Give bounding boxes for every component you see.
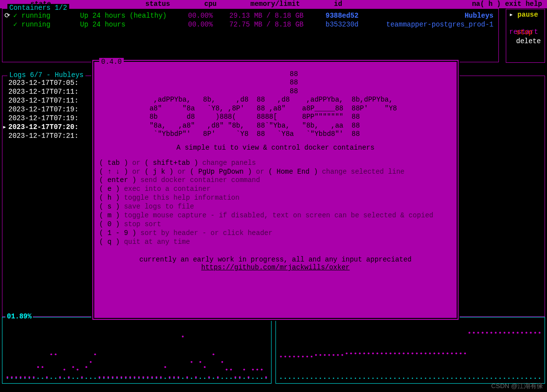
svg-point-195 [346, 352, 348, 354]
svg-point-150 [412, 378, 413, 379]
svg-point-156 [438, 378, 439, 379]
svg-point-80 [94, 353, 96, 355]
svg-point-109 [221, 361, 223, 363]
svg-point-95 [160, 376, 162, 378]
command-restart[interactable]: restart [509, 20, 542, 28]
container-row[interactable]: ⟳✓ runningUp 24 hours (healthy)00.00%29.… [2, 12, 498, 21]
svg-point-120 [280, 378, 282, 379]
svg-point-181 [284, 356, 286, 358]
svg-point-208 [403, 352, 405, 354]
svg-point-71 [55, 353, 56, 355]
svg-point-201 [372, 352, 374, 354]
svg-point-70 [51, 353, 53, 355]
cpu-sparkline [4, 320, 269, 380]
svg-point-123 [294, 378, 295, 379]
command-pause[interactable]: ▸ pause [509, 11, 542, 20]
svg-point-163 [469, 378, 470, 379]
svg-point-235 [521, 332, 523, 334]
header-col-cpu[interactable]: cpu [204, 0, 217, 8]
header-bar[interactable]: state status cpu memory/limit id na( h )… [0, 0, 547, 8]
svg-point-161 [460, 378, 462, 379]
svg-point-162 [465, 378, 466, 379]
svg-point-215 [434, 352, 436, 354]
svg-point-58 [261, 378, 263, 379]
svg-point-130 [324, 378, 326, 379]
svg-point-102 [191, 361, 192, 363]
svg-point-226 [482, 332, 484, 334]
svg-point-135 [346, 378, 348, 379]
svg-point-209 [407, 352, 409, 354]
svg-point-168 [491, 378, 492, 379]
svg-point-193 [337, 354, 339, 356]
help-keybinding: ( e ) exec into a container [99, 185, 452, 194]
log-timestamp: 2023-12-17T07:19: [8, 105, 79, 113]
svg-point-36 [164, 378, 166, 379]
svg-point-87 [125, 376, 127, 378]
help-url[interactable]: https://github.com/mrjackwills/oxker [201, 263, 350, 271]
svg-point-40 [182, 378, 184, 379]
svg-point-94 [156, 376, 158, 378]
containers-panel[interactable]: Containers 1/2 ⟳✓ runningUp 24 hours (he… [2, 8, 499, 62]
svg-point-101 [186, 376, 188, 378]
svg-point-136 [351, 378, 352, 379]
svg-point-44 [200, 378, 201, 379]
svg-point-224 [473, 332, 475, 334]
command-delete[interactable]: delete [509, 37, 542, 46]
container-name: Hubleys [465, 12, 493, 20]
svg-point-92 [147, 376, 149, 378]
svg-point-110 [226, 369, 228, 371]
svg-point-147 [399, 378, 400, 379]
help-keybinding: ( 0 ) stop sort [99, 220, 452, 229]
svg-point-103 [195, 376, 197, 378]
svg-point-129 [320, 378, 321, 379]
help-keybinding: ( ↑ ↓ ) or ( j k ) or ( PgUp PgDown ) or… [99, 168, 452, 177]
help-keybinding: ( m ) toggle mouse capture - if disabled… [99, 211, 452, 220]
svg-point-134 [342, 378, 343, 379]
svg-point-128 [315, 378, 317, 379]
svg-point-85 [116, 376, 118, 378]
svg-point-174 [517, 378, 519, 379]
svg-point-76 [77, 369, 79, 371]
help-subtitle: A simple tui to view & control docker co… [96, 144, 455, 152]
commands-panel[interactable]: ▸ pauserestartstopdelete [506, 9, 545, 63]
svg-point-187 [311, 356, 313, 358]
svg-point-86 [120, 376, 122, 378]
help-keybinding: ( h ) toggle this help information [99, 194, 452, 203]
header-col-memory[interactable]: memory/limit [250, 0, 300, 8]
svg-point-19 [90, 378, 91, 379]
svg-point-196 [350, 352, 352, 354]
cpu-graph-label: 01.89% [5, 313, 33, 321]
container-cpu: 00.00% [188, 21, 213, 29]
svg-point-93 [151, 376, 153, 378]
svg-point-191 [328, 354, 330, 356]
svg-point-104 [199, 361, 201, 363]
svg-point-154 [429, 378, 431, 379]
header-col-status[interactable]: status [145, 0, 170, 8]
svg-point-178 [535, 378, 536, 379]
svg-point-125 [302, 378, 303, 379]
svg-point-61 [11, 376, 13, 378]
help-keybinding: ( q ) quit at any time [99, 238, 452, 247]
svg-point-100 [182, 336, 184, 338]
svg-point-127 [311, 378, 312, 379]
svg-point-239 [539, 332, 541, 334]
svg-point-145 [390, 378, 391, 379]
svg-point-82 [103, 376, 105, 378]
svg-point-143 [381, 378, 383, 379]
svg-point-185 [302, 356, 304, 358]
svg-point-56 [252, 378, 254, 379]
svg-point-192 [332, 354, 334, 356]
svg-point-237 [530, 332, 532, 334]
svg-point-176 [526, 378, 527, 379]
svg-point-152 [420, 378, 422, 379]
svg-point-233 [512, 332, 514, 334]
svg-point-225 [477, 332, 479, 334]
header-col-id[interactable]: id [334, 0, 342, 8]
svg-point-179 [539, 378, 541, 379]
svg-point-186 [306, 356, 308, 358]
header-exit-help[interactable]: na( h ) exit help [472, 0, 542, 8]
svg-point-219 [451, 352, 453, 354]
svg-point-89 [134, 376, 136, 378]
container-row[interactable]: ✓ runningUp 24 hours00.00%72.75 MB / 8.1… [2, 21, 498, 29]
container-id: b353230d [326, 21, 358, 29]
